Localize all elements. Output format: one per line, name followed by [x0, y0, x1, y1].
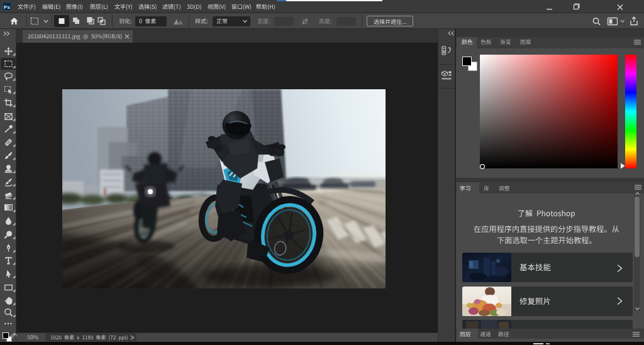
- svg-text:Ps: Ps: [4, 4, 10, 10]
